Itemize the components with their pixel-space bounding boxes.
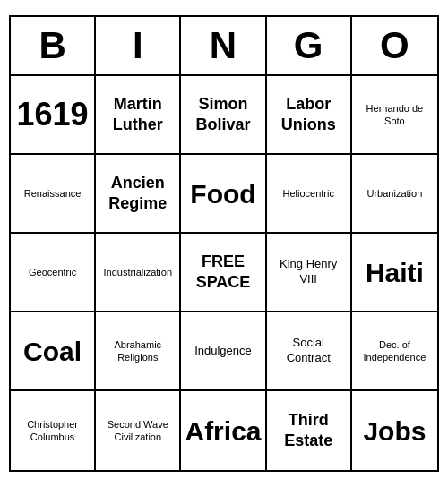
cell-text: Renaissance <box>24 187 82 200</box>
bingo-cell[interactable]: Geocentric <box>11 234 96 312</box>
bingo-cell[interactable]: Simon Bolivar <box>181 76 266 155</box>
bingo-header: B I N G O <box>11 17 437 76</box>
bingo-cell[interactable]: King Henry VIII <box>267 234 352 312</box>
cell-text: Christopher Columbus <box>14 418 90 444</box>
bingo-cell[interactable]: Africa <box>181 391 266 470</box>
cell-text: Geocentric <box>29 266 76 278</box>
bingo-cell[interactable]: Second Wave Civilization <box>96 391 181 470</box>
bingo-cell[interactable]: Urbanization <box>352 155 437 234</box>
bingo-cell[interactable]: Renaissance <box>11 155 96 234</box>
cell-text: Hernando de Soto <box>356 102 434 128</box>
cell-text: Second Wave Civilization <box>99 418 176 444</box>
cell-text: Heliocentric <box>282 187 333 200</box>
bingo-cell[interactable]: Jobs <box>352 391 437 470</box>
cell-text: Social Contract <box>271 336 347 366</box>
cell-text: Dec. of Independence <box>356 338 434 364</box>
bingo-cell[interactable]: Coal <box>11 312 96 391</box>
bingo-cell[interactable]: Industrialization <box>96 234 181 312</box>
bingo-cell[interactable]: Hernando de Soto <box>352 76 437 155</box>
bingo-cell[interactable]: Indulgence <box>181 312 266 391</box>
cell-text: Labor Unions <box>271 94 347 136</box>
bingo-grid: 1619Martin LutherSimon BolivarLabor Unio… <box>11 76 437 470</box>
bingo-cell[interactable]: Labor Unions <box>267 76 352 155</box>
bingo-cell[interactable]: Christopher Columbus <box>11 391 96 470</box>
cell-text: Coal <box>23 334 82 369</box>
cell-text: Indulgence <box>194 344 252 359</box>
letter-o: O <box>352 17 437 74</box>
bingo-cell[interactable]: Third Estate <box>267 391 352 470</box>
bingo-cell[interactable]: Abrahamic Religions <box>96 312 181 391</box>
cell-text: Jobs <box>363 414 426 449</box>
cell-text: Urbanization <box>367 187 423 200</box>
letter-b: B <box>11 17 96 74</box>
bingo-card: B I N G O 1619Martin LutherSimon Bolivar… <box>9 15 439 472</box>
cell-text: Third Estate <box>271 410 347 452</box>
cell-text: Food <box>190 176 255 211</box>
letter-n: N <box>181 17 266 74</box>
letter-g: G <box>267 17 352 74</box>
bingo-cell[interactable]: Heliocentric <box>267 155 352 234</box>
bingo-cell[interactable]: Martin Luther <box>96 76 181 155</box>
bingo-cell[interactable]: Food <box>181 155 266 234</box>
bingo-cell[interactable]: Dec. of Independence <box>352 312 437 391</box>
cell-text: King Henry VIII <box>271 257 347 287</box>
bingo-cell[interactable]: Social Contract <box>267 312 352 391</box>
cell-text: Haiti <box>366 255 424 290</box>
cell-text: Africa <box>185 414 261 449</box>
bingo-cell[interactable]: Ancien Regime <box>96 155 181 234</box>
bingo-cell[interactable]: 1619 <box>11 76 96 155</box>
cell-text: Martin Luther <box>99 94 176 136</box>
cell-text: FREE SPACE <box>185 252 261 294</box>
cell-text: Abrahamic Religions <box>99 338 176 364</box>
cell-text: Simon Bolivar <box>185 94 261 136</box>
bingo-cell[interactable]: Haiti <box>352 234 437 312</box>
letter-i: I <box>96 17 181 74</box>
cell-text: 1619 <box>17 94 89 136</box>
cell-text: Industrialization <box>104 266 172 278</box>
bingo-cell[interactable]: FREE SPACE <box>181 234 266 312</box>
cell-text: Ancien Regime <box>99 173 176 215</box>
